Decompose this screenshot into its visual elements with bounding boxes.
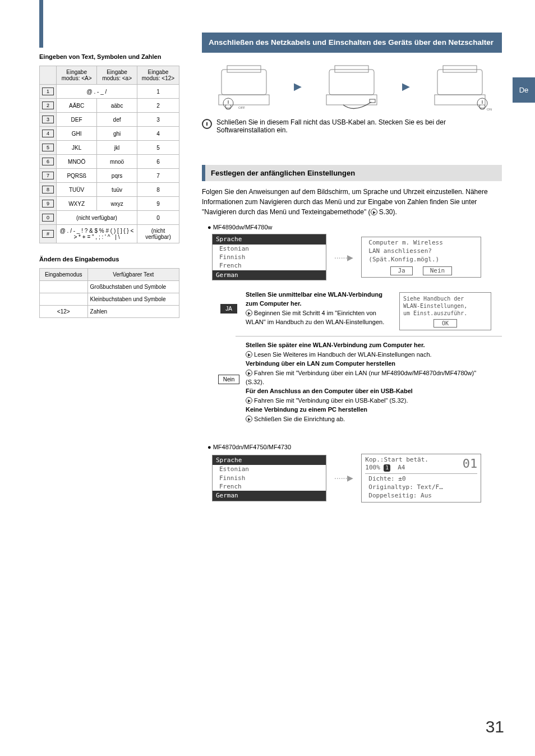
- svg-rect-6: [335, 66, 368, 72]
- ja-tag: JA: [220, 304, 237, 314]
- svg-text:OFF: OFF: [238, 106, 245, 109]
- usb-note: Schließen Sie in diesem Fall nicht das U…: [216, 118, 502, 134]
- lcd-language: Sprache Estonian Finnish French German: [212, 234, 326, 280]
- lcd-copy-screen: Kop.:Start betät.01 100% 1 A4 Dichte: ±0…: [361, 454, 481, 503]
- printer-off-icon: OFF: [210, 61, 278, 112]
- reference-icon: [246, 416, 252, 422]
- reference-icon: [246, 370, 252, 376]
- reference-icon: [246, 351, 252, 358]
- printer-on-icon: ON: [426, 61, 494, 112]
- section-power: Anschließen des Netzkabels und Einschalt…: [202, 33, 502, 53]
- nein-tag: Nein: [218, 375, 240, 384]
- svg-rect-0: [222, 70, 266, 95]
- svg-rect-2: [219, 95, 269, 105]
- reference-icon: [371, 209, 377, 215]
- printer-illustration-row: OFF ▶ ▶ ON: [202, 61, 502, 112]
- lcd-wlan-prompt: Computer m. Wireless LAN anschliessen? (…: [361, 237, 481, 278]
- svg-rect-1: [227, 66, 261, 72]
- keypad-table: Eingabe modus: <A> Eingabe modus: <a> Ei…: [39, 66, 179, 243]
- model-label-1: ● MF4890dw/MF4780w: [207, 224, 502, 231]
- svg-text:ON: ON: [487, 108, 492, 111]
- heading-text-entry: Eingeben von Text, Symbolen und Zahlen: [39, 53, 179, 60]
- model-label-2: ● MF4870dn/MF4750/MF4730: [207, 444, 502, 450]
- reference-icon: [246, 310, 252, 316]
- svg-rect-5: [329, 70, 374, 95]
- arrow-icon: ▶: [294, 80, 302, 93]
- lcd-ok-button: OK: [433, 319, 457, 328]
- reference-icon: [246, 397, 252, 404]
- language-tab: De: [513, 77, 535, 103]
- page-number: 31: [486, 717, 504, 736]
- intro-paragraph: Folgen Sie den Anweisungen auf dem Bilds…: [202, 187, 502, 217]
- svg-rect-9: [437, 70, 482, 95]
- lcd-no-button: Nein: [423, 266, 453, 276]
- svg-rect-10: [443, 66, 477, 72]
- warning-icon: [202, 119, 212, 129]
- section-initial-settings: Festlegen der anfänglichen Einstellungen: [202, 165, 502, 181]
- printer-cable-icon: [318, 61, 385, 112]
- heading-input-mode: Ändern des Eingabemodus: [39, 256, 179, 262]
- lcd-wlan-manual: Siehe Handbuch der WLAN-Einstellungen, u…: [399, 292, 491, 330]
- lcd-yes-button: Ja: [390, 266, 412, 276]
- input-mode-table: Eingabemodus Verfügbarer Text Großbuchst…: [39, 268, 179, 318]
- arrow-icon: ▶: [402, 80, 410, 93]
- lcd-language-2: Sprache Estonian Finnish French German: [212, 455, 326, 501]
